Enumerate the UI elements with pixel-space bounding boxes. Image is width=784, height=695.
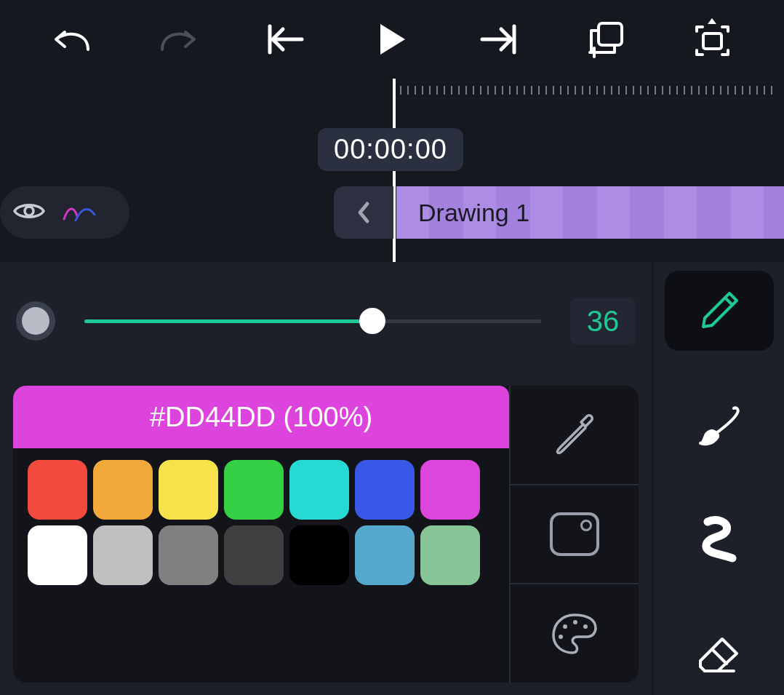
timecode-display: 00:00:00 — [318, 128, 463, 171]
color-swatch[interactable] — [289, 460, 349, 520]
svg-point-12 — [559, 635, 563, 639]
pencil-icon — [697, 289, 741, 333]
undo-button[interactable] — [48, 16, 95, 63]
eraser-icon — [696, 635, 743, 675]
brush-size-value[interactable]: 36 — [570, 298, 636, 345]
pencil-tool-button[interactable] — [665, 271, 774, 351]
play-button[interactable] — [368, 16, 415, 63]
brush-size-text: 36 — [587, 305, 620, 337]
play-icon — [377, 23, 407, 56]
chevron-left-icon — [356, 201, 371, 224]
color-swatch[interactable] — [28, 525, 87, 585]
layer-row: Drawing 1 — [0, 186, 784, 239]
to-start-button[interactable] — [262, 16, 309, 63]
fullscreen-button[interactable] — [689, 16, 736, 63]
color-swatch[interactable] — [224, 460, 284, 520]
eyedropper-icon — [552, 412, 597, 457]
palette-button[interactable] — [511, 583, 639, 683]
eyedropper-button[interactable] — [511, 386, 639, 484]
svg-rect-4 — [599, 23, 622, 45]
color-swatch[interactable] — [159, 460, 218, 520]
svg-line-13 — [725, 298, 732, 305]
color-swatch-grid — [13, 448, 509, 597]
color-swatch[interactable] — [224, 525, 284, 585]
redo-icon — [159, 25, 199, 54]
color-tools-column — [509, 386, 639, 683]
color-swatch[interactable] — [28, 460, 87, 520]
to-end-button[interactable] — [475, 16, 522, 63]
current-color-display[interactable]: #DD44DD (100%) — [13, 386, 509, 448]
fill-rect-icon — [550, 512, 599, 556]
timeline-ruler[interactable] — [393, 82, 784, 99]
svg-point-9 — [563, 624, 567, 629]
palette-icon — [551, 612, 599, 656]
svg-line-14 — [712, 649, 727, 664]
fill-rect-button[interactable] — [511, 484, 639, 584]
brush-preview[interactable] — [16, 301, 55, 341]
undo-icon — [52, 25, 92, 54]
redo-button[interactable] — [155, 16, 202, 63]
slider-thumb[interactable] — [359, 308, 385, 334]
layer-chip[interactable] — [0, 186, 129, 239]
top-toolbar — [0, 0, 784, 79]
squiggle-tool-button[interactable] — [665, 501, 774, 581]
add-frame-button[interactable] — [582, 16, 629, 63]
brush-tool-button[interactable] — [665, 386, 774, 466]
squiggle-icon — [697, 515, 741, 565]
svg-rect-7 — [703, 33, 721, 49]
svg-point-10 — [573, 620, 577, 624]
brush-size-slider[interactable] — [84, 306, 541, 335]
timecode-text: 00:00:00 — [334, 134, 447, 164]
color-swatch[interactable] — [93, 460, 153, 520]
fullscreen-icon — [692, 17, 732, 62]
slider-fill — [84, 319, 372, 323]
color-swatch[interactable] — [93, 525, 153, 585]
clip-prev-button[interactable] — [334, 186, 393, 239]
color-swatch[interactable] — [355, 525, 415, 585]
skip-end-icon — [479, 23, 519, 55]
add-frame-icon — [585, 20, 625, 58]
skip-start-icon — [265, 23, 305, 55]
color-panel: #DD44DD (100%) — [13, 386, 639, 683]
svg-point-8 — [25, 207, 33, 215]
svg-point-11 — [583, 624, 588, 629]
color-swatch[interactable] — [289, 525, 349, 585]
current-color-label: #DD44DD (100%) — [150, 402, 372, 433]
eraser-tool-button[interactable] — [665, 615, 774, 695]
left-column: 36 #DD44DD (100%) — [0, 262, 652, 695]
brush-icon — [697, 404, 741, 448]
layer-thumbnail-icon — [61, 202, 93, 223]
color-swatch[interactable] — [420, 525, 480, 585]
clip-label: Drawing 1 — [418, 199, 529, 227]
color-swatch[interactable] — [159, 525, 218, 585]
bottom-panel: 36 #DD44DD (100%) — [0, 262, 784, 695]
tool-sidebar — [652, 262, 784, 695]
color-swatch[interactable] — [355, 460, 415, 520]
brush-size-row: 36 — [0, 262, 652, 380]
color-swatch[interactable] — [420, 460, 480, 520]
visibility-icon[interactable] — [13, 200, 45, 225]
brush-preview-dot — [22, 307, 49, 335]
timeline-clip[interactable]: Drawing 1 — [396, 186, 784, 239]
timeline: 00:00:00 Drawing 1 — [0, 79, 784, 262]
